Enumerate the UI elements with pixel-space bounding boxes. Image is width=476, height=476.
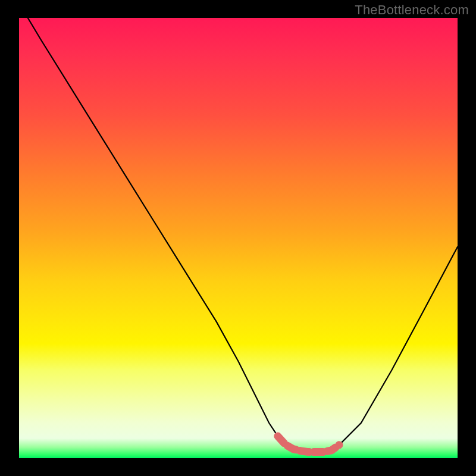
- chart-frame: TheBottleneck.com: [0, 0, 476, 476]
- watermark-text: TheBottleneck.com: [355, 2, 469, 18]
- bottleneck-curve-path: [28, 18, 458, 452]
- curve-layer: [19, 18, 458, 458]
- plot-area: [19, 18, 458, 458]
- flat-region-marker: [278, 436, 339, 452]
